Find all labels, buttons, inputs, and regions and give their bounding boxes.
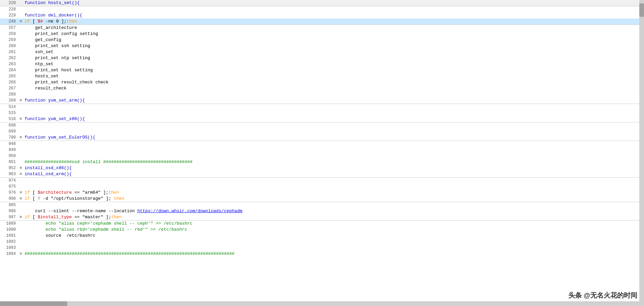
code-line: 1094⊞###################################… [0, 251, 644, 257]
line-number: 514 [0, 104, 18, 110]
line-number: 1093 [0, 245, 18, 251]
code-line: 228 [0, 6, 644, 12]
fold-icon[interactable] [18, 68, 23, 73]
fold-icon[interactable] [18, 86, 23, 91]
code-line: 997⊞if [ $install_type == "master" ];the… [0, 214, 644, 220]
code-line: 265 hosts_set [0, 73, 644, 79]
watermark: 头条 @无名火花的时间 [568, 291, 637, 300]
line-content [23, 141, 644, 147]
line-content: if [ $# -ne 0 ];then [23, 18, 644, 25]
line-number: 261 [0, 49, 18, 55]
code-line: 516⊞function yum_set_x86(){ [0, 116, 644, 122]
line-number: 258 [0, 31, 18, 37]
fold-icon[interactable] [18, 105, 23, 109]
line-number: 263 [0, 61, 18, 67]
line-content [23, 128, 644, 135]
line-number: 1091 [0, 233, 18, 239]
fold-icon[interactable] [18, 184, 23, 189]
line-content: install_osd_arm(){ [23, 171, 644, 177]
code-line: 949 [0, 147, 644, 153]
fold-icon[interactable] [18, 92, 23, 97]
fold-icon[interactable] [18, 178, 23, 183]
fold-icon[interactable] [18, 221, 23, 226]
line-number: 948 [0, 141, 18, 147]
line-content: echo "alias rbd='cephadm shell -- rbd'" … [23, 227, 644, 233]
fold-icon[interactable] [18, 44, 23, 48]
fold-icon[interactable]: ⊞ [18, 190, 23, 195]
code-line: 1089 echo "alias ceph='cephadm shell -- … [0, 221, 644, 227]
line-number: 515 [0, 110, 18, 116]
fold-icon[interactable] [18, 32, 23, 36]
fold-icon[interactable] [18, 209, 23, 214]
line-content [23, 6, 644, 12]
fold-icon[interactable] [18, 38, 23, 42]
fold-icon[interactable] [18, 129, 23, 134]
line-content: result_check [23, 85, 644, 91]
fold-icon[interactable] [18, 50, 23, 54]
fold-icon[interactable] [18, 148, 23, 152]
code-line: 268 [0, 91, 644, 98]
line-number: 1090 [0, 227, 18, 233]
line-content: get_architecture [23, 25, 644, 31]
fold-icon[interactable] [18, 80, 23, 85]
code-link[interactable]: https://down.whsir.com/downloads/cephadm [137, 208, 242, 214]
line-content: echo "alias ceph='cephadm shell -- ceph'… [23, 221, 644, 227]
fold-icon[interactable]: ⊞ [18, 98, 23, 103]
line-number: 260 [0, 43, 18, 49]
code-line: 976⊞if [ $architecture == "arm64" ];then [0, 190, 644, 196]
fold-icon[interactable]: ⊞ [18, 117, 23, 121]
code-line: 263 ntp_set [0, 61, 644, 67]
fold-icon[interactable] [18, 123, 23, 128]
fold-icon[interactable] [18, 142, 23, 146]
code-line: 975 [0, 184, 644, 190]
vertical-scrollbar[interactable] [639, 0, 644, 301]
line-number: 699 [0, 128, 18, 135]
line-number: 269 [0, 98, 18, 104]
line-content: function hosts_set(){ [23, 0, 644, 6]
fold-icon[interactable] [18, 245, 23, 250]
fold-icon[interactable] [18, 233, 23, 238]
scrollbar-thumb-y[interactable] [639, 3, 644, 17]
fold-icon[interactable] [18, 74, 23, 79]
fold-icon[interactable] [18, 111, 23, 115]
code-line: 699 [0, 128, 644, 135]
line-content: ssh_set [23, 49, 644, 55]
fold-icon[interactable]: ⊞ [18, 215, 23, 220]
fold-icon[interactable] [18, 203, 23, 207]
line-content: if [ $install_type == "master" ];then [23, 214, 644, 220]
fold-icon[interactable] [18, 7, 23, 12]
line-content: print_set host setting [23, 67, 644, 73]
fold-icon[interactable] [18, 13, 23, 18]
fold-icon[interactable] [18, 227, 23, 232]
line-content: curl --silent --remote-name --location h… [23, 208, 644, 214]
line-content: ########################################… [23, 251, 644, 257]
code-line: 264 print_set host setting [0, 67, 644, 73]
fold-icon[interactable] [18, 239, 23, 244]
line-number: 220 [0, 0, 18, 6]
horizontal-scrollbar[interactable] [0, 301, 644, 306]
fold-icon[interactable] [18, 160, 23, 164]
fold-icon[interactable]: ⊞ [18, 252, 23, 256]
fold-icon[interactable]: ⊞ [18, 166, 23, 170]
scrollbar-thumb-x[interactable] [0, 301, 67, 306]
code-line: 267 result_check [0, 85, 644, 91]
line-content [23, 91, 644, 98]
fold-icon[interactable]: ⊞ [18, 196, 23, 201]
code-line: 700⊞function yum_set_EulerOS(){ [0, 135, 644, 141]
fold-icon[interactable] [18, 1, 23, 5]
fold-icon[interactable] [18, 26, 23, 30]
fold-icon[interactable]: ⊞ [18, 172, 23, 177]
line-content: get_config [23, 37, 644, 43]
line-number: 1089 [0, 221, 18, 227]
fold-icon[interactable] [18, 154, 23, 158]
line-content [23, 239, 644, 245]
code-line: 229function del_docker(){ [0, 12, 644, 18]
fold-icon[interactable]: ⊞ [18, 19, 23, 24]
code-line: 258 print_set config setting [0, 31, 644, 37]
line-content [23, 147, 644, 153]
fold-icon[interactable] [18, 62, 23, 67]
line-content [23, 104, 644, 110]
fold-icon[interactable] [18, 56, 23, 61]
fold-icon[interactable]: ⊞ [18, 135, 23, 140]
code-line: 514 [0, 104, 644, 110]
